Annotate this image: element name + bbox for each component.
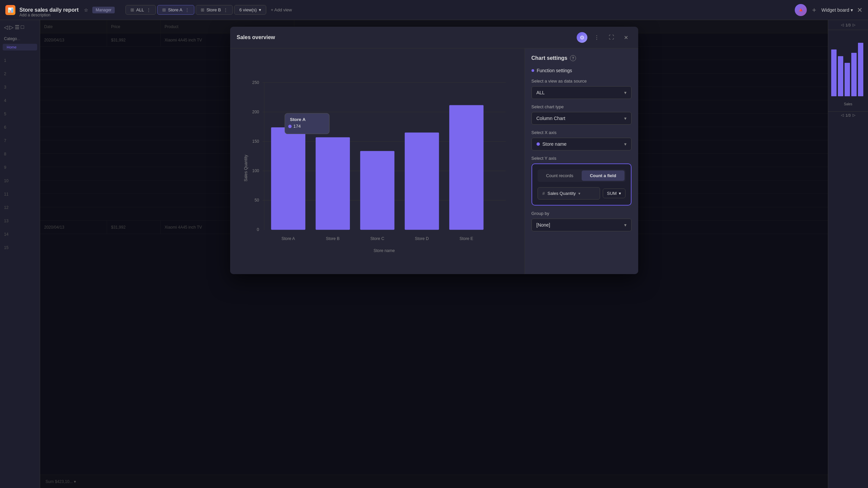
svg-text:50: 50 xyxy=(254,198,259,202)
modal-header: Sales overview ⚙ ⋮ ⛶ ✕ xyxy=(230,27,638,48)
bar-store-d[interactable] xyxy=(404,132,438,230)
doc-subtitle: Add a description xyxy=(20,13,51,18)
svg-point-20 xyxy=(288,125,291,128)
back-icon[interactable]: ◁ xyxy=(4,24,8,30)
svg-text:Store name: Store name xyxy=(373,248,395,253)
svg-text:100: 100 xyxy=(252,168,259,173)
mini-label-sales: Sales xyxy=(844,102,852,106)
modal-header-icons: ⚙ ⋮ ⛶ ✕ xyxy=(577,32,631,43)
next-page-arrow[interactable]: ▷ xyxy=(852,23,855,27)
chart-svg: Sales Quantity 250 200 xyxy=(237,55,518,267)
chevron-down-icon: ▾ xyxy=(259,7,261,12)
tab-store-b[interactable]: ⊞ Store B ⋮ xyxy=(196,5,233,15)
top-bar: 📊 Store sales daily report ☆ Manager Add… xyxy=(0,0,868,20)
x-axis-dot xyxy=(536,142,540,146)
y-axis-popup: Count records Count a field # xyxy=(531,163,631,205)
chevron-down-icon: ▾ xyxy=(619,191,621,196)
forward-icon[interactable]: ▷ xyxy=(9,24,13,30)
modal-body: Sales Quantity 250 200 xyxy=(230,48,638,274)
svg-text:Store E: Store E xyxy=(459,236,473,241)
svg-rect-25 xyxy=(851,53,857,96)
svg-text:Store B: Store B xyxy=(326,236,340,241)
nav-tabs: ⊞ ALL ⋮ ⊞ Store A ⋮ ⊞ Store B ⋮ 6 view(s… xyxy=(125,5,295,15)
y-axis-label: Select Y axis xyxy=(531,156,631,161)
help-icon[interactable]: ? xyxy=(570,55,576,61)
bar-store-b[interactable] xyxy=(315,137,349,230)
bar-store-e[interactable] xyxy=(449,105,483,230)
top-bar-right: 🔺 ＋ Widget board ▾ ✕ xyxy=(795,4,863,16)
svg-text:174: 174 xyxy=(293,124,301,129)
data-source-dropdown[interactable]: ALL ▾ xyxy=(531,86,631,99)
table-icon-a: ⊞ xyxy=(162,7,166,12)
doc-title: Store sales daily report xyxy=(20,7,79,13)
svg-text:Store D: Store D xyxy=(415,236,429,241)
svg-text:Store A: Store A xyxy=(281,236,295,241)
tab-menu-icon-a[interactable]: ⋮ xyxy=(185,7,189,12)
user-avatar[interactable]: 🔺 xyxy=(795,4,807,16)
next-page-arrow-2[interactable]: ▷ xyxy=(852,113,855,117)
bar-store-c[interactable] xyxy=(360,151,394,230)
chevron-down-icon: ▾ xyxy=(624,90,626,95)
chart-type-dropdown[interactable]: Column Chart ▾ xyxy=(531,112,631,125)
plus-icon[interactable]: ＋ xyxy=(811,5,817,14)
svg-text:Store A: Store A xyxy=(290,117,305,122)
bar-store-a[interactable] xyxy=(271,127,305,230)
svg-rect-18 xyxy=(285,113,329,134)
svg-rect-23 xyxy=(838,56,843,96)
svg-text:0: 0 xyxy=(256,227,259,232)
count-field-button[interactable]: Count a field xyxy=(582,170,624,181)
svg-rect-24 xyxy=(845,63,850,96)
svg-text:250: 250 xyxy=(252,80,259,85)
more-options-button[interactable]: ⋮ xyxy=(591,32,602,43)
settings-icon-button[interactable]: ⚙ xyxy=(577,32,587,43)
tab-menu-icon-b[interactable]: ⋮ xyxy=(223,7,228,12)
aggregation-dropdown[interactable]: SUM ▾ xyxy=(603,189,625,198)
modal-title: Sales overview xyxy=(237,34,275,40)
count-records-button[interactable]: Count records xyxy=(538,170,581,181)
close-modal-button[interactable]: ✕ xyxy=(621,32,631,43)
y-axis-toggle: Count records Count a field xyxy=(537,169,625,182)
sidebar-toolbar: ◁ ▷ ☰ □ xyxy=(0,24,40,30)
menu-icon[interactable]: ☰ xyxy=(15,24,20,30)
prev-page-arrow-2[interactable]: ◁ xyxy=(841,113,844,117)
close-window-button[interactable]: ✕ xyxy=(857,6,863,14)
tab-store-a[interactable]: ⊞ Store A ⋮ xyxy=(157,5,194,15)
modal-overlay: Sales overview ⚙ ⋮ ⛶ ✕ xyxy=(40,20,828,488)
page-indicator: 1/3 xyxy=(845,23,850,27)
chevron-down-icon: ▾ xyxy=(624,116,626,121)
chevron-down-icon: ▾ xyxy=(578,191,580,196)
views-button[interactable]: 6 view(s) ▾ xyxy=(234,5,266,15)
field-selector[interactable]: # Sales Quantity ▾ xyxy=(537,187,600,200)
manager-badge: Manager xyxy=(92,7,115,13)
expand-modal-button[interactable]: ⛶ xyxy=(606,32,617,43)
svg-rect-22 xyxy=(831,50,837,96)
mini-chart-svg: Store A Store B xyxy=(830,33,866,100)
category-label: Catego... xyxy=(0,34,40,43)
svg-text:150: 150 xyxy=(252,139,259,144)
prev-page-arrow[interactable]: ◁ xyxy=(841,23,844,27)
svg-rect-26 xyxy=(858,43,863,96)
right-mini-panel: ◁ 1/3 ▷ Store A Store B Sales ◁ 1/3 xyxy=(828,20,868,488)
expand-icon[interactable]: □ xyxy=(21,24,24,30)
chart-type-label: Select chart type xyxy=(531,104,631,109)
x-axis-dropdown[interactable]: Store name ▾ xyxy=(531,138,631,151)
tab-menu-icon[interactable]: ⋮ xyxy=(147,7,151,12)
left-sidebar: ◁ ▷ ☰ □ Catego... Home 1 2 3 4 5 6 7 8 9… xyxy=(0,20,40,488)
add-view-button[interactable]: + Add view xyxy=(268,5,296,15)
y-axis-label: Sales Quantity xyxy=(243,155,248,182)
group-by-dropdown[interactable]: [None] ▾ xyxy=(531,219,631,231)
chart-container: Sales Quantity 250 200 xyxy=(237,55,518,267)
field-selector-row: # Sales Quantity ▾ SUM ▾ xyxy=(537,187,625,200)
hash-icon: # xyxy=(542,191,545,196)
table-icon-b: ⊞ xyxy=(201,7,205,12)
chart-settings-title: Chart settings ? xyxy=(531,55,631,61)
widget-board-button[interactable]: Widget board ▾ xyxy=(822,7,853,13)
chevron-down-icon: ▾ xyxy=(624,141,626,147)
x-axis-label: Select X axis xyxy=(531,130,631,135)
section-dot xyxy=(531,69,534,72)
data-source-label: Select a view as data source xyxy=(531,78,631,84)
star-icon[interactable]: ☆ xyxy=(84,7,88,13)
chart-area: Sales Quantity 250 200 xyxy=(230,48,525,274)
home-filter[interactable]: Home xyxy=(3,44,37,51)
tab-all[interactable]: ⊞ ALL ⋮ xyxy=(125,5,156,15)
